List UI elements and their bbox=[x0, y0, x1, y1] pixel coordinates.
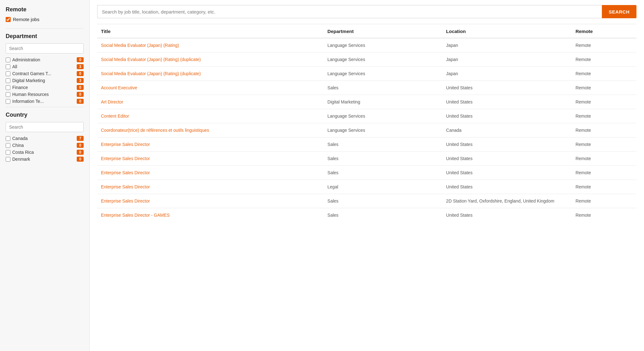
job-location-cell: Japan bbox=[442, 38, 572, 53]
main-content: SEARCH Title Department Location Remote … bbox=[90, 0, 644, 351]
job-title-link[interactable]: Enterprise Sales Director bbox=[101, 142, 150, 147]
department-filter-badge: 3 bbox=[77, 78, 84, 83]
country-filter-badge: 0 bbox=[77, 150, 84, 155]
remote-jobs-checkbox[interactable] bbox=[6, 17, 11, 22]
department-checkbox[interactable] bbox=[6, 92, 10, 97]
job-title-link[interactable]: Enterprise Sales Director bbox=[101, 170, 150, 175]
job-title-link[interactable]: Enterprise Sales Director bbox=[101, 156, 150, 161]
divider-dept-country bbox=[6, 107, 84, 107]
department-checkbox[interactable] bbox=[6, 71, 10, 76]
department-filter-item: Human Resources 0 bbox=[6, 92, 84, 97]
job-location-cell: United States bbox=[442, 137, 572, 152]
department-filter-item: Information Te... 0 bbox=[6, 99, 84, 104]
department-checkbox[interactable] bbox=[6, 85, 10, 90]
department-filter-label: Digital Marketing bbox=[12, 78, 75, 83]
table-header-row: Title Department Location Remote bbox=[97, 24, 636, 38]
country-filter-badge: 0 bbox=[77, 157, 84, 162]
country-filter-list: Canada 7 China 0 Costa Rica 0 Denmark 0 bbox=[6, 136, 84, 162]
job-remote-cell: Remote bbox=[572, 109, 636, 123]
department-filter-label: All bbox=[12, 64, 75, 69]
country-filter-label: Canada bbox=[12, 136, 75, 141]
job-title-cell: Enterprise Sales Director bbox=[97, 137, 324, 152]
department-filter-badge: 0 bbox=[77, 99, 84, 104]
job-title-link[interactable]: Social Media Evaluator (Japan) (Rating) … bbox=[101, 71, 201, 76]
department-filter-item: Administration 0 bbox=[6, 57, 84, 62]
jobs-table: Title Department Location Remote Social … bbox=[97, 24, 636, 222]
table-row: Art Director Digital Marketing United St… bbox=[97, 95, 636, 109]
col-header-title: Title bbox=[97, 24, 324, 38]
country-checkbox[interactable] bbox=[6, 143, 10, 148]
country-checkbox[interactable] bbox=[6, 136, 10, 141]
job-title-cell: Enterprise Sales Director bbox=[97, 166, 324, 180]
job-title-link[interactable]: Account Executive bbox=[101, 85, 137, 90]
sidebar: Remote Remote jobs Department Administra… bbox=[0, 0, 90, 351]
department-filter-badge: 0 bbox=[77, 85, 84, 90]
job-department-cell: Language Services bbox=[324, 123, 442, 137]
job-location-cell: United States bbox=[442, 166, 572, 180]
country-filter-badge: 7 bbox=[77, 136, 84, 141]
table-row: Enterprise Sales Director Sales 2D Stati… bbox=[97, 194, 636, 208]
table-row: Enterprise Sales Director Legal United S… bbox=[97, 180, 636, 194]
job-location-cell: United States bbox=[442, 152, 572, 166]
country-checkbox[interactable] bbox=[6, 150, 10, 155]
job-department-cell: Legal bbox=[324, 180, 442, 194]
job-remote-cell: Remote bbox=[572, 180, 636, 194]
job-department-cell: Sales bbox=[324, 81, 442, 95]
department-filter-badge: 0 bbox=[77, 92, 84, 97]
department-search-input[interactable] bbox=[6, 43, 84, 53]
table-row: Content Editor Language Services United … bbox=[97, 109, 636, 123]
job-title-link[interactable]: Enterprise Sales Director - GAMES bbox=[101, 213, 170, 218]
job-remote-cell: Remote bbox=[572, 166, 636, 180]
job-title-cell: Coordonateur(trice) de références et out… bbox=[97, 123, 324, 137]
country-checkbox[interactable] bbox=[6, 157, 10, 162]
job-search-input[interactable] bbox=[97, 5, 602, 18]
job-remote-cell: Remote bbox=[572, 38, 636, 53]
job-title-link[interactable]: Art Director bbox=[101, 99, 123, 104]
department-checkbox[interactable] bbox=[6, 58, 10, 62]
table-row: Enterprise Sales Director - GAMES Sales … bbox=[97, 208, 636, 222]
job-remote-cell: Remote bbox=[572, 194, 636, 208]
country-section-title: Country bbox=[6, 112, 84, 118]
job-title-cell: Account Executive bbox=[97, 81, 324, 95]
search-button[interactable]: SEARCH bbox=[602, 5, 636, 18]
job-location-cell: United States bbox=[442, 180, 572, 194]
job-remote-cell: Remote bbox=[572, 81, 636, 95]
job-department-cell: Language Services bbox=[324, 67, 442, 81]
col-header-location: Location bbox=[442, 24, 572, 38]
country-filter-item: China 0 bbox=[6, 143, 84, 148]
job-location-cell: United States bbox=[442, 109, 572, 123]
job-title-link[interactable]: Content Editor bbox=[101, 114, 129, 119]
job-title-cell: Social Media Evaluator (Japan) (Rating) bbox=[97, 38, 324, 53]
table-row: Social Media Evaluator (Japan) (Rating) … bbox=[97, 67, 636, 81]
table-row: Enterprise Sales Director Sales United S… bbox=[97, 137, 636, 152]
department-filter-badge: 0 bbox=[77, 57, 84, 62]
job-title-cell: Art Director bbox=[97, 95, 324, 109]
country-search-input[interactable] bbox=[6, 122, 84, 132]
department-filter-label: Administration bbox=[12, 57, 75, 62]
job-department-cell: Language Services bbox=[324, 38, 442, 53]
job-location-cell: Japan bbox=[442, 67, 572, 81]
table-row: Account Executive Sales United States Re… bbox=[97, 81, 636, 95]
remote-section-title: Remote bbox=[6, 6, 84, 13]
job-remote-cell: Remote bbox=[572, 53, 636, 67]
search-bar-row: SEARCH bbox=[97, 0, 636, 24]
table-row: Coordonateur(trice) de références et out… bbox=[97, 123, 636, 137]
job-title-link[interactable]: Enterprise Sales Director bbox=[101, 184, 150, 189]
job-title-link[interactable]: Enterprise Sales Director bbox=[101, 198, 150, 203]
department-checkbox[interactable] bbox=[6, 99, 10, 104]
department-checkbox[interactable] bbox=[6, 64, 10, 69]
job-remote-cell: Remote bbox=[572, 137, 636, 152]
job-department-cell: Sales bbox=[324, 166, 442, 180]
department-checkbox[interactable] bbox=[6, 78, 10, 83]
job-title-link[interactable]: Social Media Evaluator (Japan) (Rating) bbox=[101, 43, 179, 48]
job-title-link[interactable]: Social Media Evaluator (Japan) (Rating) … bbox=[101, 57, 201, 62]
job-remote-cell: Remote bbox=[572, 95, 636, 109]
job-title-cell: Enterprise Sales Director bbox=[97, 180, 324, 194]
jobs-table-body: Social Media Evaluator (Japan) (Rating) … bbox=[97, 38, 636, 222]
department-section-title: Department bbox=[6, 33, 84, 40]
job-location-cell: United States bbox=[442, 81, 572, 95]
remote-jobs-label: Remote jobs bbox=[13, 17, 39, 22]
col-header-department: Department bbox=[324, 24, 442, 38]
job-department-cell: Sales bbox=[324, 137, 442, 152]
job-title-link[interactable]: Coordonateur(trice) de références et out… bbox=[101, 128, 209, 133]
